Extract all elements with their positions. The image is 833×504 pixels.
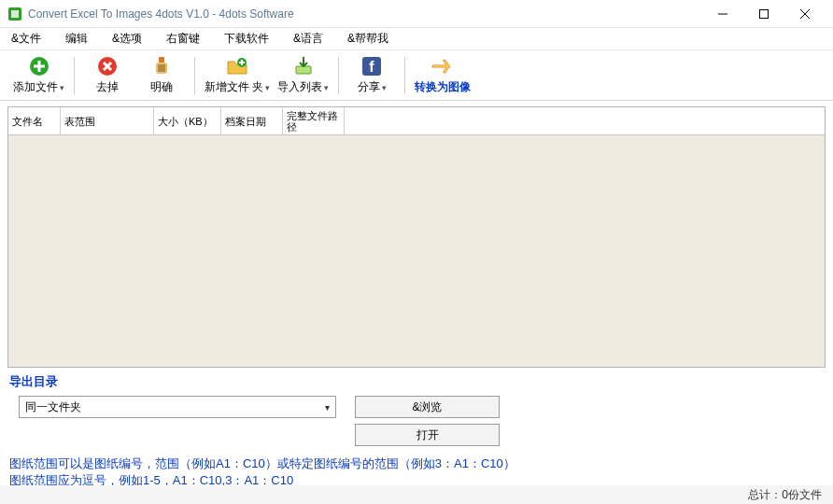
dropdown-caret-icon: ▾	[265, 83, 270, 92]
convert-icon	[431, 55, 454, 77]
menu-download[interactable]: 下载软件	[219, 29, 275, 49]
separator	[404, 57, 405, 94]
col-filename[interactable]: 文件名	[8, 107, 61, 134]
svg-rect-12	[159, 57, 164, 63]
clear-icon	[150, 55, 173, 77]
browse-button[interactable]: &浏览	[355, 396, 500, 418]
status-total: 总计：0份文件	[748, 487, 822, 503]
separator	[338, 57, 339, 94]
dropdown-caret-icon: ▾	[324, 83, 329, 92]
col-size[interactable]: 大小（KB）	[154, 107, 221, 134]
app-icon	[7, 7, 22, 21]
svg-rect-3	[760, 9, 769, 18]
share-label: 分享	[358, 79, 380, 95]
output-folder-combo[interactable]: 同一文件夹 ▾	[19, 396, 336, 418]
chevron-down-icon: ▾	[325, 402, 330, 413]
svg-rect-1	[11, 10, 19, 18]
import-list-label: 导入列表	[277, 79, 322, 95]
import-icon	[292, 55, 315, 77]
maximize-button[interactable]	[743, 1, 784, 27]
add-file-label: 添加文件	[13, 79, 58, 95]
menu-help[interactable]: &帮帮我	[342, 29, 394, 49]
minimize-button[interactable]	[702, 1, 743, 27]
separator	[74, 57, 75, 94]
import-list-button[interactable]: 导入列表▾	[274, 53, 332, 97]
remove-button[interactable]: 去掉	[80, 53, 134, 97]
remove-icon	[96, 55, 119, 77]
clear-label: 明确	[150, 79, 173, 95]
menu-options[interactable]: &选项	[106, 29, 148, 49]
svg-text:f: f	[370, 59, 375, 75]
hint-line-1: 图纸范围可以是图纸编号，范围（例如A1：C10）或特定图纸编号的范围（例如3：A…	[9, 455, 824, 472]
output-section-label: 导出目录	[0, 368, 833, 394]
col-path[interactable]: 完整文件路径	[283, 107, 345, 134]
dropdown-caret-icon: ▾	[60, 83, 64, 92]
file-grid[interactable]: 文件名 表范围 大小（KB） 档案日期 完整文件路径	[7, 106, 826, 368]
close-button[interactable]	[784, 1, 826, 27]
clear-button[interactable]: 明确	[134, 53, 189, 97]
menu-edit[interactable]: 编辑	[60, 29, 93, 49]
separator	[194, 57, 195, 94]
menu-shortcuts[interactable]: 右窗键	[161, 29, 205, 49]
add-file-button[interactable]: 添加文件▾	[9, 53, 68, 97]
facebook-icon: f	[360, 55, 383, 77]
new-folder-label: 新增文件 夹	[205, 79, 263, 95]
col-sheet-range[interactable]: 表范围	[61, 107, 154, 134]
folder-add-icon	[226, 55, 248, 77]
dropdown-caret-icon: ▾	[382, 83, 387, 92]
convert-label: 转换为图像	[415, 79, 471, 95]
remove-label: 去掉	[96, 79, 119, 95]
share-button[interactable]: f 分享▾	[345, 53, 399, 97]
output-folder-value: 同一文件夹	[25, 399, 81, 415]
col-date[interactable]: 档案日期	[221, 107, 283, 134]
convert-button[interactable]: 转换为图像	[411, 53, 474, 97]
window-title: Convert Excel To Images 4dots V1.0 - 4do…	[28, 7, 702, 21]
open-button[interactable]: 打开	[355, 424, 500, 446]
add-icon	[28, 55, 50, 77]
new-folder-button[interactable]: 新增文件 夹▾	[201, 53, 274, 97]
svg-rect-14	[158, 64, 165, 72]
menu-language[interactable]: &语言	[288, 29, 329, 49]
menu-file[interactable]: &文件	[6, 29, 47, 49]
